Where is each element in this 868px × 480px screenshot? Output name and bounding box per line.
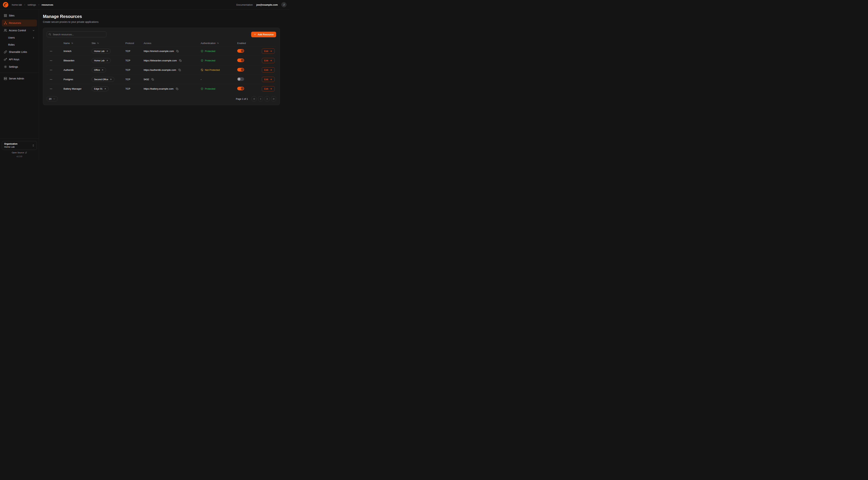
link-icon bbox=[4, 50, 7, 54]
next-page-button[interactable] bbox=[265, 96, 270, 101]
breadcrumb-resources[interactable]: resources bbox=[42, 3, 53, 6]
organization-value: Home Lab bbox=[4, 146, 18, 148]
documentation-link[interactable]: Documentation bbox=[236, 3, 253, 6]
sidebar-item-label: API Keys bbox=[9, 58, 19, 61]
page-indicator: Page 1 of 1 bbox=[236, 97, 248, 100]
sidebar-item-label: Resources bbox=[9, 22, 21, 24]
sidebar-item-label: Access Control bbox=[9, 29, 26, 32]
sidebar-item-api-keys[interactable]: API Keys bbox=[2, 56, 37, 63]
site-link[interactable]: Office bbox=[92, 67, 106, 72]
chevrons-left-icon bbox=[253, 97, 255, 100]
copy-icon[interactable] bbox=[179, 59, 182, 62]
page-size-select[interactable]: 20 bbox=[47, 96, 58, 101]
shield-check-icon bbox=[201, 87, 204, 90]
last-page-button[interactable] bbox=[271, 96, 276, 101]
table-row: Authentik Office TCP https://authentik.e… bbox=[47, 65, 276, 74]
edit-button[interactable]: Edit bbox=[262, 58, 275, 63]
chevron-right-icon bbox=[32, 36, 35, 39]
column-header-name[interactable]: Name bbox=[63, 42, 92, 44]
grid-icon bbox=[4, 14, 7, 17]
add-resource-button[interactable]: Add Resource bbox=[251, 32, 276, 37]
breadcrumb-settings[interactable]: settings bbox=[28, 3, 36, 6]
organization-selector[interactable]: Organization Home Lab bbox=[2, 141, 37, 150]
site-name: Home Lab bbox=[94, 50, 104, 53]
protocol: TCP bbox=[125, 59, 144, 62]
enabled-toggle[interactable] bbox=[237, 68, 244, 71]
row-menu-button[interactable] bbox=[49, 87, 53, 91]
copy-icon[interactable] bbox=[151, 78, 154, 81]
resource-name: Postgres bbox=[63, 78, 92, 81]
user-email[interactable]: joe@example.com bbox=[256, 3, 278, 6]
arrow-right-icon bbox=[270, 87, 272, 90]
site-link[interactable]: Home Lab bbox=[92, 49, 111, 54]
chevrons-up-down-icon bbox=[32, 144, 35, 147]
enabled-toggle[interactable] bbox=[237, 58, 244, 62]
version-label: v1.3.0 bbox=[2, 155, 37, 157]
table-row: Bitwarden Home Lab TCP https://bitwarden… bbox=[47, 56, 276, 65]
previous-page-button[interactable] bbox=[258, 96, 263, 101]
site-name: Edge 01 bbox=[94, 88, 102, 90]
site-name: Second Office bbox=[94, 78, 108, 81]
sidebar-item-settings[interactable]: Settings bbox=[2, 63, 37, 70]
sidebar-item-server-admin[interactable]: Server Admin bbox=[2, 75, 37, 82]
sidebar-item-users[interactable]: Users bbox=[2, 34, 37, 41]
access-url: 5432 bbox=[144, 78, 149, 81]
open-source-label: Open Source bbox=[12, 151, 24, 154]
sidebar-item-roles[interactable]: Roles bbox=[2, 41, 37, 48]
sidebar-item-access-control[interactable]: Access Control bbox=[2, 27, 37, 34]
search-icon bbox=[49, 33, 51, 36]
first-page-button[interactable] bbox=[251, 96, 256, 101]
protocol: TCP bbox=[125, 78, 144, 81]
sidebar-item-sites[interactable]: Sites bbox=[2, 12, 37, 19]
row-menu-button[interactable] bbox=[49, 49, 53, 53]
resource-name: Bitwarden bbox=[63, 59, 92, 62]
sidebar-item-label: Shareable Links bbox=[9, 51, 27, 53]
search-box bbox=[47, 31, 106, 37]
shield-off-icon bbox=[201, 69, 204, 71]
app-logo-icon[interactable] bbox=[3, 2, 8, 7]
table-header: Name Site Protocol Access Authentication… bbox=[47, 40, 276, 46]
resources-card: Add Resource Name Site Protocol Access A… bbox=[43, 28, 280, 105]
enabled-toggle[interactable] bbox=[237, 87, 244, 90]
add-resource-label: Add Resource bbox=[258, 33, 274, 36]
sidebar-item-label: Settings bbox=[9, 65, 18, 68]
auth-label: Protected bbox=[205, 87, 215, 90]
site-link[interactable]: Home Lab bbox=[92, 58, 111, 63]
column-header-site[interactable]: Site bbox=[92, 42, 125, 44]
column-header-authentication[interactable]: Authentication bbox=[201, 42, 237, 44]
sort-icon bbox=[97, 42, 99, 44]
copy-icon[interactable] bbox=[178, 68, 181, 72]
auth-status: Protected bbox=[201, 87, 237, 90]
access-url: https://bitwarden.example.com bbox=[144, 59, 177, 62]
site-link[interactable]: Second Office bbox=[92, 77, 114, 82]
edit-button[interactable]: Edit bbox=[262, 77, 275, 82]
sort-icon bbox=[71, 42, 73, 44]
sidebar-item-resources[interactable]: Resources bbox=[2, 20, 37, 26]
auth-status: Protected bbox=[201, 50, 237, 53]
enabled-toggle[interactable] bbox=[237, 49, 244, 53]
ellipsis-icon bbox=[50, 69, 53, 71]
arrow-up-right-icon bbox=[106, 50, 108, 52]
arrow-right-icon bbox=[270, 78, 272, 81]
edit-button[interactable]: Edit bbox=[262, 86, 275, 91]
row-menu-button[interactable] bbox=[49, 58, 53, 63]
breadcrumb-org[interactable]: home-lab bbox=[12, 3, 22, 6]
edit-button[interactable]: Edit bbox=[262, 67, 275, 72]
copy-icon[interactable] bbox=[176, 87, 179, 90]
row-menu-button[interactable] bbox=[49, 68, 53, 72]
arrow-right-icon bbox=[270, 59, 272, 62]
sidebar-item-label: Roles bbox=[8, 43, 14, 46]
sidebar-item-shareable-links[interactable]: Shareable Links bbox=[2, 49, 37, 55]
edit-button[interactable]: Edit bbox=[262, 49, 275, 54]
search-input[interactable] bbox=[47, 31, 106, 37]
enabled-toggle[interactable] bbox=[237, 77, 244, 81]
gear-icon bbox=[4, 65, 7, 68]
page-subtitle: Create secure proxies to your private ap… bbox=[43, 21, 289, 23]
breadcrumb: home-lab settings resources bbox=[12, 3, 53, 6]
row-menu-button[interactable] bbox=[49, 77, 53, 82]
open-source-link[interactable]: Open Source bbox=[2, 151, 37, 154]
site-link[interactable]: Edge 01 bbox=[92, 86, 109, 91]
chevrons-right-icon bbox=[272, 97, 275, 100]
copy-icon[interactable] bbox=[176, 50, 179, 53]
avatar[interactable]: J bbox=[281, 2, 286, 7]
